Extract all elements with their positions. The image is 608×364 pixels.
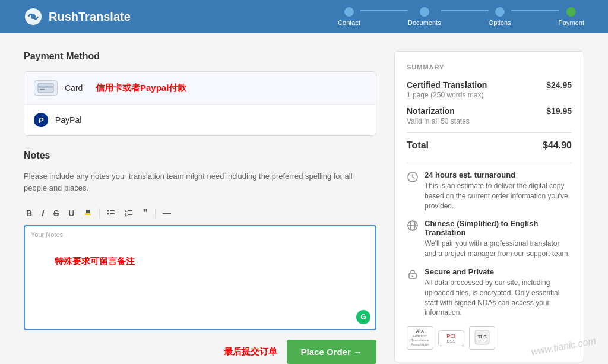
order-annotation: 最后提交订单 bbox=[224, 346, 277, 357]
toolbar-bold[interactable]: B bbox=[24, 207, 34, 219]
notes-textarea[interactable] bbox=[25, 226, 375, 327]
svg-rect-3 bbox=[38, 86, 53, 88]
globe-icon bbox=[407, 220, 419, 232]
summary-item-2-sub: Valid in all 50 states bbox=[407, 117, 470, 125]
step-contact: Contact bbox=[338, 7, 360, 26]
toolbar-highlight[interactable] bbox=[81, 207, 94, 220]
grammarly-icon: G bbox=[356, 310, 370, 324]
notes-description: Please include any notes your translatio… bbox=[24, 170, 376, 194]
step-documents: Documents bbox=[408, 7, 441, 26]
step-options: Options bbox=[489, 7, 511, 26]
step-dot-documents bbox=[420, 7, 429, 17]
summary-item-1-sub: 1 page (250 words max) bbox=[407, 91, 487, 99]
logo-area: RushTranslate bbox=[24, 7, 131, 26]
main-container: Payment Method Card 信用卡或者Paypal付款 P PayP… bbox=[0, 33, 608, 364]
summary-total-label: Total bbox=[407, 140, 429, 151]
card-label: Card bbox=[65, 83, 83, 93]
toolbar-ordered-list[interactable]: 1. 2. bbox=[122, 207, 135, 220]
svg-rect-5 bbox=[85, 213, 91, 215]
header: RushTranslate Contact Documents Options … bbox=[0, 0, 608, 33]
right-panel: SUMMARY Certified Translation 1 page (25… bbox=[394, 51, 584, 364]
ordered-list-icon: 1. 2. bbox=[125, 208, 133, 217]
svg-point-1 bbox=[31, 14, 36, 19]
info-lock-title: Secure and Private bbox=[425, 267, 572, 276]
summary-item-1-label: Certified Translation bbox=[407, 80, 487, 90]
tls-badge: TLS bbox=[469, 326, 495, 350]
info-globe-title: Chinese (Simplified) to English Translat… bbox=[425, 219, 572, 237]
summary-total: Total $44.90 bbox=[407, 140, 572, 151]
highlight-icon bbox=[84, 208, 92, 217]
place-order-button[interactable]: Place Order → bbox=[287, 340, 376, 364]
logo-icon bbox=[24, 7, 43, 26]
connector-1 bbox=[360, 10, 408, 11]
summary-item-1-info: Certified Translation 1 page (250 words … bbox=[407, 80, 487, 99]
step-label-documents: Documents bbox=[408, 19, 441, 26]
connector-3 bbox=[511, 10, 559, 11]
order-footer: 最后提交订单 Place Order → bbox=[24, 340, 376, 364]
editor-toolbar: B I S U 1. bbox=[24, 202, 376, 225]
info-item-clock: 24 hours est. turnaround This is an esti… bbox=[407, 170, 572, 211]
info-clock-text: This is an estimate to deliver the digit… bbox=[425, 181, 572, 211]
notes-textarea-container: Your Notes 特殊要求可留言备注 G bbox=[24, 225, 376, 330]
card-svg bbox=[37, 83, 54, 93]
svg-point-6 bbox=[107, 210, 109, 211]
paypal-label: PayPal bbox=[55, 115, 81, 125]
toolbar-divider[interactable]: — bbox=[160, 207, 173, 219]
svg-text:2.: 2. bbox=[125, 213, 128, 216]
info-clock-title: 24 hours est. turnaround bbox=[425, 170, 572, 179]
svg-rect-11 bbox=[128, 210, 132, 211]
toolbar-bullet-list[interactable] bbox=[104, 207, 118, 220]
payment-section-title: Payment Method bbox=[24, 51, 376, 62]
left-panel: Payment Method Card 信用卡或者Paypal付款 P PayP… bbox=[24, 51, 376, 364]
lock-icon bbox=[407, 268, 419, 280]
summary-divider-2 bbox=[407, 163, 572, 163]
payment-option-paypal[interactable]: P PayPal bbox=[24, 105, 376, 135]
summary-title: SUMMARY bbox=[407, 64, 572, 71]
svg-point-18 bbox=[412, 275, 414, 277]
tls-badge-svg: TLS bbox=[474, 329, 490, 346]
toolbar-sep-2 bbox=[155, 208, 156, 218]
toolbar-sep-1 bbox=[99, 208, 100, 218]
summary-item-2-info: Notarization Valid in all 50 states bbox=[407, 106, 470, 125]
info-globe-text: We'll pair you with a professional trans… bbox=[425, 239, 572, 259]
summary-total-price: $44.90 bbox=[543, 140, 572, 151]
security-badges: ATA AmericanTranslatorsAssociation PCI D… bbox=[407, 326, 572, 350]
svg-rect-13 bbox=[128, 214, 132, 215]
info-lock-content: Secure and Private All data processed by… bbox=[425, 267, 572, 318]
toolbar-quote[interactable]: " bbox=[140, 207, 150, 220]
progress-bar: Contact Documents Options Payment bbox=[338, 7, 584, 26]
summary-line-2: Notarization Valid in all 50 states $19.… bbox=[407, 106, 572, 125]
summary-item-2-price: $19.95 bbox=[546, 106, 572, 116]
summary-card: SUMMARY Certified Translation 1 page (25… bbox=[394, 51, 584, 362]
step-label-contact: Contact bbox=[338, 19, 360, 26]
svg-rect-7 bbox=[110, 210, 115, 211]
step-dot-options bbox=[495, 7, 505, 17]
summary-item-2-label: Notarization bbox=[407, 106, 470, 116]
summary-divider bbox=[407, 132, 572, 133]
card-icon bbox=[34, 80, 58, 96]
notes-section-title: Notes bbox=[24, 150, 376, 161]
step-dot-contact bbox=[344, 7, 354, 17]
payment-option-card[interactable]: Card 信用卡或者Paypal付款 bbox=[24, 72, 376, 105]
payment-methods: Card 信用卡或者Paypal付款 P PayPal bbox=[24, 71, 376, 136]
step-label-options: Options bbox=[489, 19, 511, 26]
toolbar-italic[interactable]: I bbox=[39, 207, 46, 219]
step-dot-payment bbox=[566, 7, 576, 17]
clock-icon bbox=[407, 171, 419, 183]
info-item-lock: Secure and Private All data processed by… bbox=[407, 267, 572, 318]
paypal-icon: P bbox=[34, 113, 48, 127]
payment-annotation: 信用卡或者Paypal付款 bbox=[96, 83, 186, 94]
toolbar-strikethrough[interactable]: S bbox=[51, 207, 61, 219]
step-label-payment: Payment bbox=[559, 19, 584, 26]
bullet-list-icon bbox=[107, 208, 115, 217]
pci-badge: PCI DSS bbox=[438, 330, 464, 346]
toolbar-underline[interactable]: U bbox=[66, 207, 77, 219]
notes-annotation: 特殊要求可留言备注 bbox=[55, 256, 135, 267]
connector-2 bbox=[441, 10, 489, 11]
info-item-globe: Chinese (Simplified) to English Translat… bbox=[407, 219, 572, 259]
ata-badge: ATA AmericanTranslatorsAssociation bbox=[407, 326, 433, 350]
summary-item-1-price: $24.95 bbox=[546, 80, 572, 90]
step-payment: Payment bbox=[559, 7, 584, 26]
logo-text: RushTranslate bbox=[49, 10, 131, 24]
svg-point-8 bbox=[107, 213, 109, 214]
